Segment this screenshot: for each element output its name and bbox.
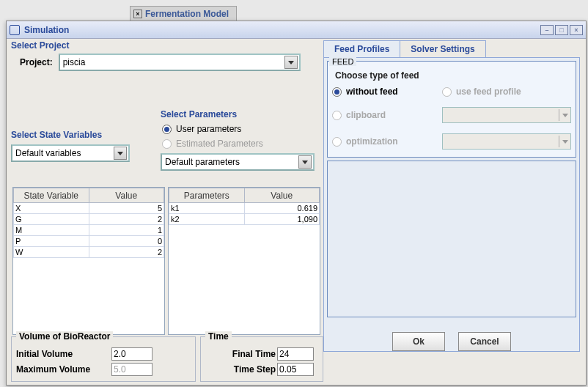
project-select[interactable]: piscia [59, 54, 301, 71]
table-row: G2 [14, 214, 164, 225]
max-volume-label: Maximum Volume [16, 364, 111, 375]
feed-legend: FEED [329, 57, 356, 66]
radio-icon [332, 87, 342, 97]
simulation-icon [10, 25, 20, 35]
feed-choose-label: Choose type of feed [335, 70, 571, 81]
parameters-label: Select Parameters [161, 109, 320, 119]
tab-solver-settings[interactable]: Solver Settings [400, 40, 485, 57]
param-header-value[interactable]: Value [244, 188, 320, 203]
state-variables-label: Select State Variables [11, 130, 158, 140]
tab-close-icon[interactable]: × [133, 10, 142, 18]
simulation-window: Simulation – □ × Select Project Project:… [6, 21, 587, 386]
volume-section: Volume of BioReactor Initial Volume Maxi… [11, 336, 196, 382]
radio-use-feed-profile: use feed profile [442, 86, 571, 97]
initial-volume-label: Initial Volume [16, 349, 111, 359]
state-variables-table[interactable]: State Variable Value X5 G2 M1 P0 W2 [12, 187, 165, 335]
feed-lower-panel [327, 161, 576, 317]
tables-area: State Variable Value X5 G2 M1 P0 W2 Para… [11, 187, 322, 335]
background-tab[interactable]: × Fermentation Model [130, 6, 237, 22]
time-step-input[interactable] [277, 363, 314, 376]
project-section: Select Project Project: piscia [11, 40, 322, 71]
param-header-name[interactable]: Parameters [169, 188, 245, 203]
cancel-button[interactable]: Cancel [458, 332, 511, 351]
final-time-input[interactable] [277, 347, 314, 361]
radio-estimated-parameters: Estimated Parameters [162, 139, 320, 149]
parameters-table[interactable]: Parameters Value k10.619 k21,090 [168, 187, 320, 335]
titlebar[interactable]: Simulation – □ × [7, 21, 586, 39]
project-section-label: Select Project [11, 40, 322, 51]
close-button[interactable]: × [570, 25, 583, 35]
state-variables-select[interactable]: Default variables [11, 144, 130, 162]
feed-fieldset: FEED Choose type of feed without feed us… [327, 61, 576, 158]
time-legend: Time [205, 331, 232, 342]
chevron-down-icon[interactable] [284, 56, 298, 69]
maximize-button[interactable]: □ [555, 25, 568, 35]
chevron-down-icon[interactable] [298, 155, 312, 169]
optimization-select [442, 133, 571, 150]
initial-volume-input[interactable] [111, 347, 152, 361]
table-row: k10.619 [169, 203, 320, 214]
sv-header-value[interactable]: Value [89, 188, 164, 203]
radio-clipboard: clipboard [332, 110, 442, 120]
minimize-button[interactable]: – [540, 25, 554, 35]
max-volume-input [111, 363, 152, 376]
project-value: piscia [63, 57, 284, 67]
table-row: M1 [14, 225, 164, 236]
chevron-down-icon [559, 136, 570, 147]
state-variables-section: Select State Variables Default variables [11, 130, 158, 162]
right-column: Feed Profiles Solver Settings FEED Choos… [323, 40, 580, 373]
chevron-down-icon [559, 109, 570, 121]
radio-icon [442, 87, 452, 97]
parameters-select[interactable]: Default parameters [161, 153, 315, 171]
volume-legend: Volume of BioReactor [16, 331, 113, 342]
table-row: k21,090 [169, 214, 320, 225]
ok-button[interactable]: Ok [392, 332, 445, 351]
table-row: W2 [14, 247, 164, 258]
table-row: P0 [14, 236, 164, 247]
window-content: Select Project Project: piscia Select St… [7, 39, 586, 386]
sv-header-name[interactable]: State Variable [14, 188, 89, 203]
radio-icon [162, 139, 172, 149]
chevron-down-icon[interactable] [114, 147, 127, 160]
radio-icon [332, 111, 342, 120]
radio-without-feed[interactable]: without feed [332, 86, 442, 97]
radio-icon [332, 137, 342, 147]
time-section: Time Final Time Time Step [200, 336, 323, 382]
tab-label: Fermentation Model [145, 9, 229, 19]
parameters-section: Select Parameters User parameters Estima… [161, 109, 320, 171]
radio-user-parameters[interactable]: User parameters [162, 124, 320, 134]
time-step-label: Time Step [205, 364, 276, 375]
final-time-label: Final Time [205, 349, 276, 359]
tabs: Feed Profiles Solver Settings [323, 40, 580, 57]
table-row: X5 [14, 203, 164, 214]
tab-feed-profiles[interactable]: Feed Profiles [323, 40, 400, 57]
clipboard-select [442, 107, 571, 123]
radio-optimization: optimization [332, 136, 442, 147]
radio-icon [162, 125, 172, 134]
project-field-label: Project: [20, 57, 53, 67]
left-column: Select Project Project: piscia [11, 40, 322, 71]
window-title: Simulation [24, 25, 69, 35]
feed-tab-panel: FEED Choose type of feed without feed us… [323, 57, 580, 352]
